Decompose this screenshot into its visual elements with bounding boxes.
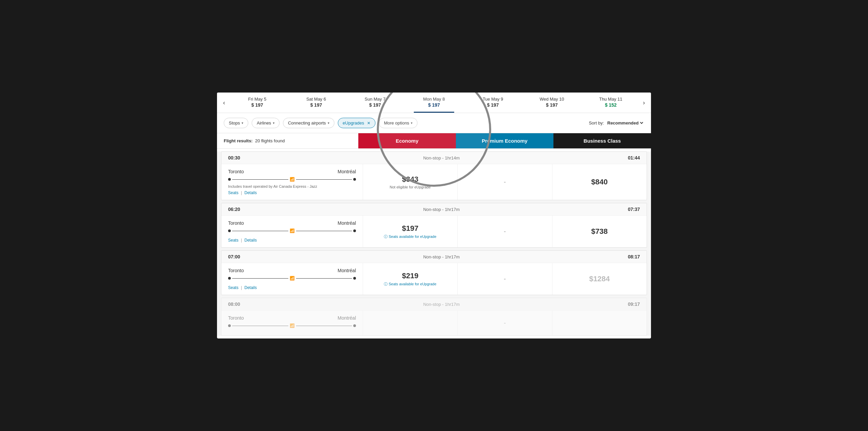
business-price-col[interactable]: $738 xyxy=(552,216,647,247)
premium-price-col[interactable]: - xyxy=(457,263,552,295)
date-price-0: $ 197 xyxy=(251,102,263,108)
route-line-bar xyxy=(232,278,288,279)
date-label-6: Thu May 11 xyxy=(599,97,622,102)
route-dot-start xyxy=(228,229,231,232)
eupgrades-label: eUpgrades xyxy=(343,120,364,125)
route-line: 📶 xyxy=(228,228,356,233)
premium-price-col[interactable]: - xyxy=(457,216,552,247)
flight-depart-time: 08:00 xyxy=(228,302,255,307)
date-price-5: $ 197 xyxy=(546,102,558,108)
stops-filter-button[interactable]: Stops ▾ xyxy=(224,118,248,128)
premium-price-dash: - xyxy=(504,320,506,327)
route-line-bar xyxy=(232,231,288,231)
flight-route: TorontoMontréal 📶 xyxy=(221,311,363,335)
airlines-filter-button[interactable]: Airlines ▾ xyxy=(252,118,280,128)
business-label: Business Class xyxy=(584,138,621,144)
flight-header: 08:00Non-stop - 1hr17m09:17 xyxy=(221,298,647,311)
wifi-icon: 📶 xyxy=(290,276,295,281)
economy-price-col[interactable]: $343Not eligible for eUpgrade xyxy=(363,164,457,200)
tab-business-class[interactable]: Business Class xyxy=(553,133,651,148)
business-price-col[interactable]: $840 xyxy=(552,164,647,200)
details-link[interactable]: Details xyxy=(245,285,257,290)
economy-price-col[interactable]: $219ⓘ Seats available for eUpgrade xyxy=(363,263,457,295)
next-date-button[interactable]: › xyxy=(640,96,648,110)
sort-area: Sort by: Recommended xyxy=(589,120,644,126)
flight-actions: Seats | Details xyxy=(228,238,356,243)
economy-price-col[interactable]: $197ⓘ Seats available for eUpgrade xyxy=(363,216,457,247)
economy-price-amount: $197 xyxy=(402,224,418,233)
flight-arrive-time: 01:44 xyxy=(628,155,640,160)
details-link[interactable]: Details xyxy=(245,190,257,195)
route-line: 📶 xyxy=(228,323,356,328)
from-city: Toronto xyxy=(228,315,244,321)
cabin-tabs: Economy Premium Economy Business Class xyxy=(358,133,651,148)
route-dot-end xyxy=(353,229,356,232)
date-label-3: Mon May 8 xyxy=(423,97,445,102)
stops-chevron-icon: ▾ xyxy=(242,121,243,125)
date-tab-4[interactable]: Tue May 9$ 197 xyxy=(473,93,513,113)
tab-economy[interactable]: Economy xyxy=(358,133,456,148)
connecting-filter-button[interactable]: Connecting airports ▾ xyxy=(283,118,334,128)
flight-header: 00:30Non-stop - 1hr14m01:44 xyxy=(221,152,647,164)
route-dot-start xyxy=(228,324,231,327)
seats-link[interactable]: Seats xyxy=(228,190,239,195)
economy-price-amount: $343 xyxy=(402,175,418,184)
flight-actions: Seats | Details xyxy=(228,190,356,195)
route-line-bar2 xyxy=(296,179,352,180)
results-count: Flight results: 20 flights found xyxy=(217,133,358,148)
wifi-icon: 📶 xyxy=(290,228,295,233)
flight-route: TorontoMontréal 📶 Seats | Details xyxy=(221,263,363,295)
prev-date-button[interactable]: ‹ xyxy=(220,96,228,110)
eupgrade-icon: ⓘ xyxy=(384,282,388,287)
sort-select[interactable]: Recommended xyxy=(606,120,644,126)
date-tab-1[interactable]: Sat May 6$ 197 xyxy=(296,93,336,113)
premium-price-col[interactable]: - xyxy=(457,311,552,335)
eupgrades-filter-button[interactable]: eUpgrades ✕ xyxy=(338,118,376,128)
main-container: ‹ Fri May 5$ 197Sat May 6$ 197Sun May 7$… xyxy=(217,93,651,338)
seats-link[interactable]: Seats xyxy=(228,285,239,290)
date-label-2: Sun May 7 xyxy=(365,97,385,102)
flight-route: TorontoMontréal 📶 Seats | Details xyxy=(221,216,363,247)
business-price-amount: $840 xyxy=(591,178,608,186)
economy-price-note: Not eligible for eUpgrade xyxy=(390,185,431,189)
date-tab-6[interactable]: Thu May 11$ 152 xyxy=(590,93,631,113)
route-line: 📶 xyxy=(228,177,356,182)
economy-price-col[interactable] xyxy=(363,311,457,335)
flight-duration: Non-stop - 1hr17m xyxy=(255,254,628,259)
details-link[interactable]: Details xyxy=(245,238,257,243)
route-line: 📶 xyxy=(228,276,356,281)
business-price-col[interactable] xyxy=(552,311,647,335)
count-text: Flight results: 20 flights found xyxy=(224,138,285,143)
flight-arrive-time: 08:17 xyxy=(628,254,640,259)
count-label: Flight results: xyxy=(224,138,253,143)
more-options-chevron-icon: ▾ xyxy=(411,121,412,125)
date-tab-2[interactable]: Sun May 7$ 197 xyxy=(355,93,395,113)
date-tab-3[interactable]: Mon May 8$ 197 xyxy=(414,93,454,113)
seats-link[interactable]: Seats xyxy=(228,238,239,243)
flight-info-text: Includes travel operated by Air Canada E… xyxy=(228,184,356,188)
tab-premium-economy[interactable]: Premium Economy xyxy=(456,133,553,148)
eupgrades-close-icon[interactable]: ✕ xyxy=(367,121,370,125)
premium-label: Premium Economy xyxy=(482,138,528,144)
business-price-amount: $1284 xyxy=(589,275,610,283)
flight-row: 06:20Non-stop - 1hr17m07:37TorontoMontré… xyxy=(221,203,647,248)
route-line-bar2 xyxy=(296,231,352,231)
business-price-col[interactable]: $1284 xyxy=(552,263,647,295)
date-tab-0[interactable]: Fri May 5$ 197 xyxy=(237,93,278,113)
premium-price-col[interactable]: - xyxy=(457,164,552,200)
date-label-4: Tue May 9 xyxy=(483,97,503,102)
sort-by-label: Sort by: xyxy=(589,120,604,125)
flight-row: 00:30Non-stop - 1hr14m01:44TorontoMontré… xyxy=(221,151,647,200)
route-cities: TorontoMontréal xyxy=(228,315,356,321)
flight-header: 07:00Non-stop - 1hr17m08:17 xyxy=(221,251,647,263)
economy-price-note: ⓘ Seats available for eUpgrade xyxy=(384,234,436,239)
route-line-bar xyxy=(232,179,288,180)
more-options-filter-button[interactable]: More options ▾ xyxy=(379,118,417,128)
premium-price-dash: - xyxy=(504,228,506,235)
flight-header: 06:20Non-stop - 1hr17m07:37 xyxy=(221,203,647,216)
flight-row: 08:00Non-stop - 1hr17m09:17TorontoMontré… xyxy=(221,298,647,336)
more-options-label: More options xyxy=(384,120,409,125)
date-tab-5[interactable]: Wed May 10$ 197 xyxy=(532,93,572,113)
stops-label: Stops xyxy=(229,120,240,125)
route-dot-end xyxy=(353,324,356,327)
